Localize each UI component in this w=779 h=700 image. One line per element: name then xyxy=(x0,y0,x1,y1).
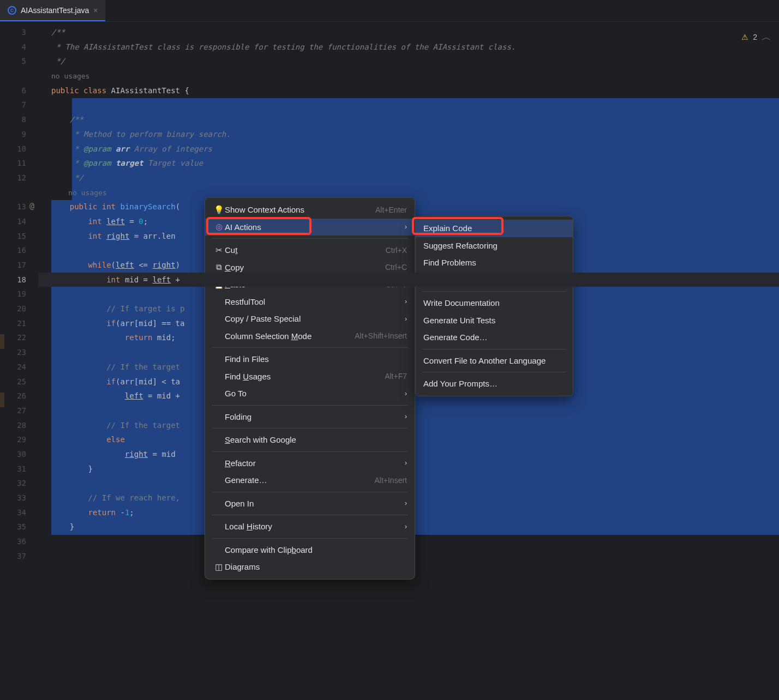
line-number[interactable]: 37 xyxy=(0,549,38,564)
line-number[interactable]: 10 xyxy=(0,142,38,156)
line-number[interactable]: 29 xyxy=(0,432,38,447)
line-number[interactable]: 7 xyxy=(0,98,38,112)
code-area[interactable]: /** * The AIAssistantTest class is respo… xyxy=(38,22,779,700)
line-number[interactable]: 14 xyxy=(0,214,38,229)
line-number[interactable]: 17 xyxy=(0,258,38,273)
line-number[interactable]: 28 xyxy=(0,418,38,433)
close-icon[interactable]: × xyxy=(93,6,98,15)
gutter-annotation-icon[interactable]: @ xyxy=(29,201,34,211)
usages-hint[interactable]: no usages xyxy=(51,189,107,197)
line-number[interactable]: 36 xyxy=(0,534,38,549)
line-number[interactable]: 22 xyxy=(0,330,38,345)
line-number[interactable]: 21 xyxy=(0,316,38,331)
tab-filename: AIAssistantTest.java xyxy=(21,6,89,15)
line-number[interactable]: 23 xyxy=(0,345,38,360)
gutter-marker xyxy=(0,334,4,349)
line-number[interactable]: 4 xyxy=(0,40,38,55)
code-text: /** xyxy=(51,115,83,124)
editor: 3456789101112131415161718192021222324252… xyxy=(0,22,779,700)
line-number[interactable]: 9 xyxy=(0,127,38,142)
line-number[interactable]: 3 xyxy=(0,25,38,40)
line-number[interactable]: 34 xyxy=(0,505,38,520)
line-number[interactable]: 31 xyxy=(0,462,38,476)
gutter-marker xyxy=(0,393,4,407)
line-number[interactable]: 12 xyxy=(0,171,38,185)
line-number[interactable]: 25 xyxy=(0,375,38,389)
line-number[interactable]: 32 xyxy=(0,476,38,491)
line-number[interactable]: 24 xyxy=(0,360,38,375)
code-text: /** xyxy=(51,28,65,37)
code-text: * Method to perform binary search. xyxy=(51,130,231,138)
line-number[interactable] xyxy=(0,185,38,200)
line-number[interactable]: 18 xyxy=(0,273,38,287)
code-text: */ xyxy=(51,57,65,65)
line-number[interactable] xyxy=(0,69,38,83)
code-text: public xyxy=(51,86,79,95)
line-number[interactable]: 16 xyxy=(0,243,38,258)
usages-hint[interactable]: no usages xyxy=(51,72,89,80)
code-text: */ xyxy=(51,173,83,182)
line-number[interactable]: 30 xyxy=(0,447,38,462)
line-number[interactable]: 35 xyxy=(0,520,38,534)
tab-bar: C AIAssistantTest.java × xyxy=(0,0,779,22)
line-number[interactable]: 5 xyxy=(0,54,38,69)
gutter: 3456789101112131415161718192021222324252… xyxy=(0,22,38,700)
line-number[interactable]: 27 xyxy=(0,403,38,418)
line-number[interactable]: 26 xyxy=(0,389,38,403)
line-number[interactable]: 20 xyxy=(0,301,38,316)
line-number[interactable]: 8 xyxy=(0,112,38,127)
diagram-icon: ◫ xyxy=(213,562,225,572)
line-number[interactable]: 11 xyxy=(0,156,38,171)
line-number[interactable]: 6 xyxy=(0,83,38,98)
code-text: * The AIAssistantTest class is responsib… xyxy=(51,43,516,51)
line-number[interactable]: 33 xyxy=(0,491,38,505)
line-number[interactable]: 15 xyxy=(0,229,38,244)
class-icon: C xyxy=(8,6,16,15)
file-tab[interactable]: C AIAssistantTest.java × xyxy=(0,0,105,21)
line-number[interactable]: 19 xyxy=(0,287,38,301)
